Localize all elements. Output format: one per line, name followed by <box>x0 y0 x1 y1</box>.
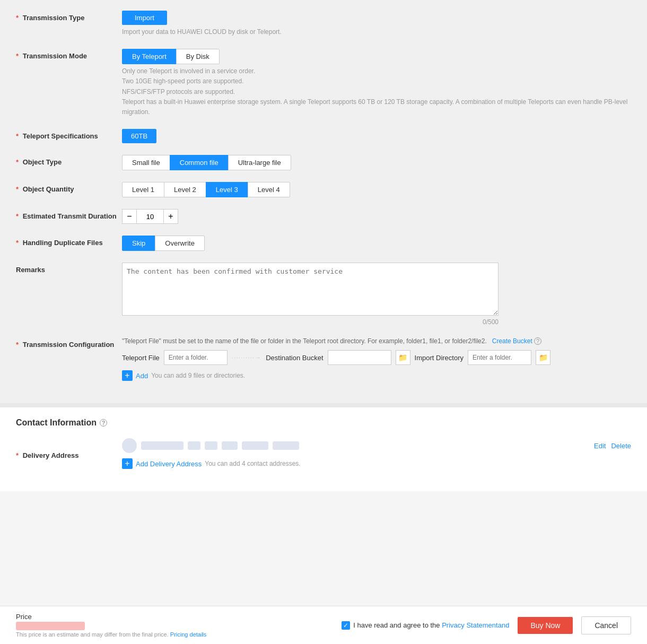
specs-control: 60TB <box>122 129 631 143</box>
teleport-file-input[interactable] <box>164 350 228 365</box>
mode-disk-button[interactable]: By Disk <box>176 49 220 64</box>
edit-delete-group: Edit Delete <box>594 442 631 450</box>
destination-input[interactable] <box>328 350 391 365</box>
edit-link[interactable]: Edit <box>594 442 606 450</box>
duration-control: − + <box>122 209 631 224</box>
help-icon[interactable]: ? <box>534 337 541 345</box>
duration-input[interactable] <box>137 209 163 224</box>
address-detail2 <box>205 441 217 450</box>
transmission-type-label: * Transmission Type <box>16 11 122 22</box>
object-qty-control: Level 1 Level 2 Level 3 Level 4 <box>122 182 631 197</box>
remarks-char-count: 0/500 <box>122 318 499 326</box>
address-detail3 <box>222 441 238 450</box>
import-dir-input[interactable] <box>468 350 531 365</box>
ultra-large-file-button[interactable]: Ultra-large file <box>228 155 291 170</box>
small-file-button[interactable]: Small file <box>122 155 170 170</box>
transmission-mode-control: By Teleport By Disk Only one Teleport is… <box>122 49 631 117</box>
transmission-type-control: Import Import your data to HUAWEI CLOUD … <box>122 11 631 37</box>
remarks-control: 0/500 <box>122 263 631 326</box>
transmission-type-hint: Import your data to HUAWEI CLOUD by disk… <box>122 27 631 37</box>
specs-label: * Teleport Specifications <box>16 129 122 140</box>
config-row: Teleport File ··········→ Destination Bu… <box>122 350 631 365</box>
delivery-control: Edit Delete + Add Delivery Address You c… <box>122 438 631 469</box>
add-link[interactable]: Add <box>136 372 148 380</box>
duration-decrement-button[interactable]: − <box>122 209 137 224</box>
duplicate-group: Skip Overwrite <box>122 236 631 251</box>
add-hint: You can add 9 files or directories. <box>151 372 245 379</box>
address-detail1 <box>188 441 200 450</box>
level3-button[interactable]: Level 3 <box>206 182 248 197</box>
level1-button[interactable]: Level 1 <box>122 182 164 197</box>
address-detail4 <box>242 441 268 450</box>
contact-section: Contact Information ? * Delivery Address <box>0 407 647 491</box>
teleport-file-label: Teleport File <box>122 354 160 362</box>
add-address-button[interactable]: + <box>122 458 133 469</box>
duration-stepper: − + <box>122 209 631 224</box>
delivery-label: * Delivery Address <box>16 448 122 459</box>
mode-hints: Only one Teleport is involved in a servi… <box>122 66 631 117</box>
object-qty-label: * Object Quantity <box>16 182 122 193</box>
address-blurred <box>122 438 590 453</box>
delete-link[interactable]: Delete <box>611 442 631 450</box>
object-qty-group: Level 1 Level 2 Level 3 Level 4 <box>122 182 631 197</box>
destination-label: Destination Bucket <box>266 354 323 362</box>
config-label: * Transmission Configuration <box>16 337 122 349</box>
duration-label: * Estimated Transmit Duration <box>16 209 122 220</box>
destination-folder-button[interactable]: 📁 <box>396 350 410 365</box>
object-type-label: * Object Type <box>16 155 122 166</box>
remarks-textarea[interactable] <box>122 263 499 316</box>
transmission-mode-label: * Transmission Mode <box>16 49 122 60</box>
add-address-link[interactable]: Add Delivery Address <box>136 460 202 468</box>
create-bucket-link[interactable]: Create Bucket <box>492 337 532 345</box>
bottom-spacer <box>0 491 647 534</box>
address-detail5 <box>273 441 299 450</box>
add-address-row: + Add Delivery Address You can add 4 con… <box>122 458 631 469</box>
import-button[interactable]: Import <box>122 11 167 25</box>
config-control: "Teleport File" must be set to the name … <box>122 337 631 381</box>
add-row: + Add You can add 9 files or directories… <box>122 370 631 381</box>
overwrite-button[interactable]: Overwrite <box>155 236 205 251</box>
mode-teleport-button[interactable]: By Teleport <box>122 49 177 64</box>
contact-help-icon[interactable]: ? <box>100 419 107 427</box>
remarks-label: Remarks <box>16 263 122 274</box>
object-type-control: Small file Common file Ultra-large file <box>122 155 631 170</box>
duplicate-control: Skip Overwrite <box>122 236 631 251</box>
add-button[interactable]: + <box>122 370 133 381</box>
section-divider <box>0 403 647 407</box>
object-type-group: Small file Common file Ultra-large file <box>122 155 631 170</box>
avatar <box>122 438 137 453</box>
config-description: "Teleport File" must be set to the name … <box>122 337 631 345</box>
level2-button[interactable]: Level 2 <box>164 182 206 197</box>
transmission-mode-group: By Teleport By Disk <box>122 49 631 64</box>
level4-button[interactable]: Level 4 <box>248 182 290 197</box>
duplicate-label: * Handling Duplicate Files <box>16 236 122 247</box>
add-address-hint: You can add 4 contact addresses. <box>205 460 300 467</box>
import-dir-label: Import Directory <box>415 354 464 362</box>
contact-title: Contact Information ? <box>16 418 631 428</box>
address-name <box>141 441 183 450</box>
specs-60tb-button[interactable]: 60TB <box>122 129 156 143</box>
common-file-button[interactable]: Common file <box>170 155 229 170</box>
import-dir-folder-button[interactable]: 📁 <box>536 350 550 365</box>
duration-increment-button[interactable]: + <box>163 209 178 224</box>
skip-button[interactable]: Skip <box>122 236 155 251</box>
arrow-dots: ··········→ <box>232 354 261 361</box>
